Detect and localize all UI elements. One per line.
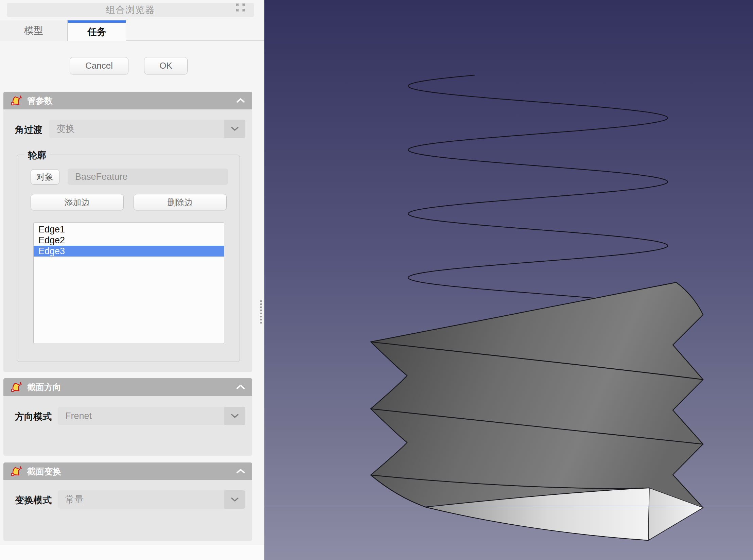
section-orientation-body: 方向模式 Frenet [3, 396, 252, 456]
collapse-chevron-icon[interactable] [236, 384, 245, 390]
sweep-icon [10, 382, 22, 392]
profile-group: 轮廓 对象 BaseFeature 添加边 删除边 Edge1Edge2Edge… [17, 155, 240, 362]
chevron-down-icon [230, 126, 239, 132]
panel-splitter-handle[interactable] [260, 300, 262, 323]
orientation-mode-combo[interactable]: Frenet [58, 407, 245, 425]
object-button[interactable]: 对象 [31, 169, 59, 185]
transform-combo-arrow [224, 490, 245, 509]
chevron-down-icon [230, 497, 239, 502]
section-orientation: 截面方向 方向模式 Frenet [3, 378, 252, 456]
object-field: BaseFeature [68, 169, 228, 185]
transition-combo[interactable]: 变换 [49, 120, 245, 138]
orientation-mode-label: 方向模式 [15, 410, 52, 423]
section-pipe-parameters: 管参数 角过渡 变换 轮廓 对象 B [3, 92, 252, 372]
transition-label: 角过渡 [15, 124, 42, 136]
section-pipe-title: 管参数 [27, 95, 236, 106]
profile-group-label: 轮廓 [24, 149, 50, 161]
cancel-button[interactable]: Cancel [70, 57, 128, 74]
ok-button[interactable]: OK [144, 57, 188, 74]
transform-mode-value: 常量 [58, 493, 224, 506]
panel-bottom-filler [0, 545, 264, 560]
chevron-down-icon [230, 413, 239, 419]
sweep-icon [10, 95, 22, 106]
panel-title: 组合浏览器 [106, 4, 155, 16]
3d-viewport[interactable] [264, 0, 753, 560]
section-transformation-header[interactable]: 截面变换 [3, 462, 252, 480]
section-transformation-title: 截面变换 [27, 466, 236, 477]
float-panel-icon[interactable] [235, 3, 246, 12]
transform-mode-combo[interactable]: 常量 [58, 490, 245, 509]
combo-view-panel: 组合浏览器 模型 任务 Cancel OK [0, 0, 264, 560]
edge-list[interactable]: Edge1Edge2Edge3 [33, 222, 224, 344]
sweep-icon [10, 466, 22, 477]
tabbar: 模型 任务 [0, 20, 264, 41]
tab-model[interactable]: 模型 [0, 20, 68, 41]
section-transformation: 截面变换 变换模式 常量 [3, 462, 252, 541]
transition-combo-value: 变换 [49, 123, 224, 135]
section-orientation-header[interactable]: 截面方向 [3, 378, 252, 396]
edge-list-item[interactable]: Edge2 [34, 235, 224, 246]
section-pipe-header[interactable]: 管参数 [3, 92, 252, 109]
collapse-chevron-icon[interactable] [236, 468, 245, 474]
section-transformation-body: 变换模式 常量 [3, 480, 252, 541]
remove-edge-button[interactable]: 删除边 [134, 194, 227, 210]
edge-list-item[interactable]: Edge1 [34, 224, 224, 235]
section-orientation-title: 截面方向 [27, 382, 236, 393]
3d-scene [264, 0, 753, 560]
edge-list-item[interactable]: Edge3 [34, 246, 224, 257]
transition-combo-arrow [224, 120, 245, 138]
tab-tasks[interactable]: 任务 [68, 20, 126, 41]
orientation-mode-value: Frenet [58, 411, 224, 421]
section-pipe-body: 角过渡 变换 轮廓 对象 BaseFeature 添加边 删除边 Edge1E [3, 109, 252, 372]
orientation-combo-arrow [224, 407, 245, 425]
freecad-window: 组合浏览器 模型 任务 Cancel OK [0, 0, 753, 560]
panel-titlebar: 组合浏览器 [7, 3, 254, 17]
transform-mode-label: 变换模式 [15, 494, 52, 506]
add-edge-button[interactable]: 添加边 [31, 194, 124, 210]
collapse-chevron-icon[interactable] [236, 98, 245, 104]
